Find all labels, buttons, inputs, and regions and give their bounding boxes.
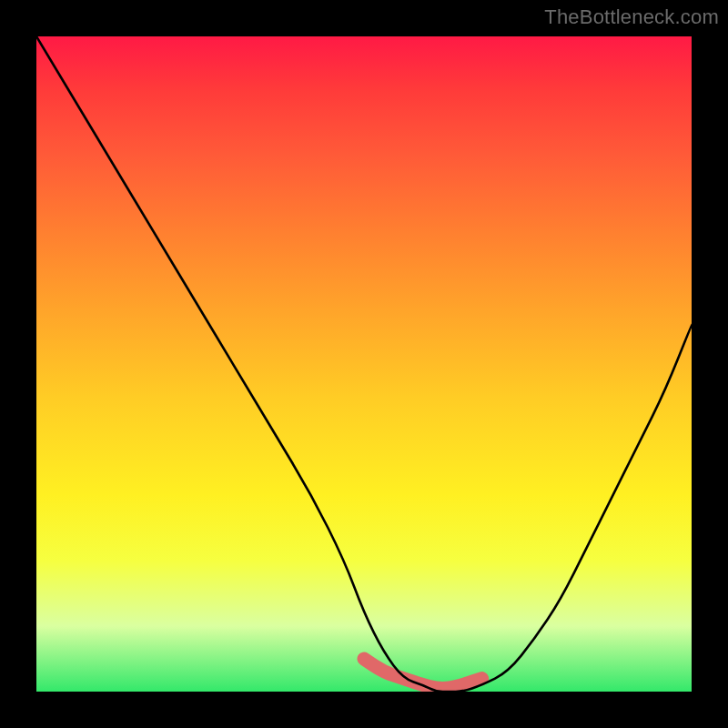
curve-layer [36, 36, 692, 692]
watermark-text: TheBottleneck.com [544, 5, 719, 29]
emphasis-band-path [364, 659, 482, 688]
plot-area [36, 36, 692, 692]
chart-frame: TheBottleneck.com [0, 0, 728, 728]
bottleneck-curve-path [36, 36, 692, 692]
